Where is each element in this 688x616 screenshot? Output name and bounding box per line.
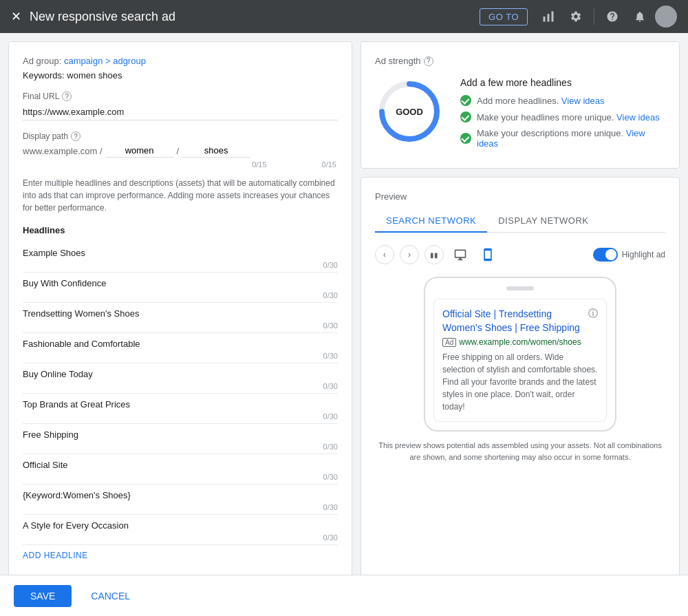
path1-input[interactable] bbox=[105, 144, 174, 158]
svg-rect-0 bbox=[544, 17, 546, 22]
ad-info-button[interactable]: ⓘ bbox=[588, 308, 598, 320]
view-ideas-link-2[interactable]: View ideas bbox=[477, 128, 645, 149]
ad-strength-info-icon[interactable]: ? bbox=[424, 56, 433, 66]
headline-counter-1: 0/30 bbox=[23, 290, 338, 301]
tab-display-network[interactable]: DISPLAY NETWORK bbox=[487, 210, 599, 233]
path2-input[interactable] bbox=[182, 144, 250, 158]
ad-url-row: Ad www.example.com/women/shoes bbox=[442, 337, 598, 347]
suggestion-text-2: Make your descriptions more unique. View… bbox=[477, 128, 665, 149]
headline-counter-6: 0/30 bbox=[23, 441, 338, 452]
cancel-button[interactable]: CANCEL bbox=[80, 585, 141, 607]
mobile-frame-container: Official Site | Trendsetting Women's Sho… bbox=[375, 277, 665, 432]
headline-input-5[interactable] bbox=[23, 398, 338, 411]
svg-rect-2 bbox=[552, 12, 554, 22]
path-counter-row: 0/15 0/15 bbox=[23, 160, 338, 169]
highlight-toggle: Highlight ad bbox=[593, 248, 665, 262]
settings-icon[interactable] bbox=[563, 4, 588, 29]
ad-strength-body: GOOD Add a few more headlines Add more h… bbox=[375, 77, 665, 154]
headline-counter-7: 0/30 bbox=[23, 471, 338, 482]
chart-icon[interactable] bbox=[536, 4, 561, 29]
path2-counter: 0/15 bbox=[322, 160, 336, 169]
view-ideas-link-1[interactable]: View ideas bbox=[616, 112, 660, 123]
ad-strength-circle: GOOD bbox=[375, 77, 444, 146]
tab-search-network[interactable]: SEARCH NETWORK bbox=[375, 210, 487, 233]
preview-pause-button[interactable]: ▮▮ bbox=[424, 245, 444, 264]
headline-counter-0: 0/30 bbox=[23, 259, 338, 270]
display-path-info-icon[interactable]: ? bbox=[71, 131, 80, 141]
headline-item: 0/30 bbox=[23, 424, 338, 454]
headline-item: 0/30 bbox=[23, 333, 338, 363]
divider bbox=[594, 8, 594, 25]
goto-button[interactable]: GO TO bbox=[480, 8, 528, 25]
avatar[interactable] bbox=[655, 6, 677, 28]
headline-input-0[interactable] bbox=[23, 246, 338, 259]
headlines-title: Headlines bbox=[23, 225, 338, 235]
headline-counter-8: 0/30 bbox=[23, 502, 338, 513]
headline-counter-2: 0/30 bbox=[23, 320, 338, 331]
path1-counter: 0/15 bbox=[252, 160, 266, 169]
mobile-frame: Official Site | Trendsetting Women's Sho… bbox=[424, 277, 616, 432]
save-button[interactable]: SAVE bbox=[14, 585, 72, 607]
headline-counter-9: 0/30 bbox=[23, 532, 338, 543]
ad-strength-rating: GOOD bbox=[396, 107, 423, 117]
preview-controls: ‹ › ▮▮ Highlight ad bbox=[375, 244, 665, 266]
headline-input-3[interactable] bbox=[23, 337, 338, 350]
ad-strength-title: Ad strength bbox=[375, 56, 421, 66]
headline-item: 0/30 bbox=[23, 273, 338, 303]
headline-input-2[interactable] bbox=[23, 307, 338, 320]
headline-input-6[interactable] bbox=[23, 428, 338, 441]
ad-description: Free shipping on all orders. Wide select… bbox=[442, 351, 598, 413]
headline-input-8[interactable] bbox=[23, 489, 338, 502]
help-text: Enter multiple headlines and description… bbox=[23, 177, 338, 214]
right-panel: Ad strength ? GOOD Add a few more headli… bbox=[361, 41, 680, 616]
headline-item: 0/30 bbox=[23, 454, 338, 485]
preview-note: This preview shows potential ads assembl… bbox=[375, 440, 665, 463]
headline-item: 0/30 bbox=[23, 394, 338, 424]
check-icon-2 bbox=[460, 133, 471, 144]
preview-next-button[interactable]: › bbox=[400, 245, 419, 264]
final-url-input[interactable] bbox=[23, 104, 338, 120]
suggestion-item: Make your headlines more unique. View id… bbox=[460, 111, 665, 123]
close-button[interactable]: ✕ bbox=[11, 9, 21, 24]
headline-input-7[interactable] bbox=[23, 458, 338, 471]
adgroup-row: Ad group: campaign > adgroup bbox=[23, 56, 338, 66]
preview-card: Preview SEARCH NETWORK DISPLAY NETWORK ‹… bbox=[361, 177, 680, 616]
headline-counter-5: 0/30 bbox=[23, 411, 338, 422]
ad-strength-suggestions: Add a few more headlines Add more headli… bbox=[460, 77, 665, 154]
main-content: Ad group: campaign > adgroup Keywords: w… bbox=[0, 33, 688, 616]
view-ideas-link-0[interactable]: View ideas bbox=[561, 96, 605, 106]
suggestion-item: Add more headlines. View ideas bbox=[460, 95, 665, 106]
headlines-list: 0/30 0/30 0/30 0/30 0/30 0/30 0/30 0/30 … bbox=[23, 242, 338, 545]
desktop-device-button[interactable] bbox=[449, 244, 471, 266]
display-path-label: Display path ? bbox=[23, 131, 338, 141]
keywords-row: Keywords: women shoes bbox=[23, 70, 338, 81]
suggestions-list: Add more headlines. View ideas Make your… bbox=[460, 95, 665, 149]
topbar: ✕ New responsive search ad GO TO bbox=[0, 0, 688, 33]
notifications-icon[interactable] bbox=[627, 4, 652, 29]
preview-prev-button[interactable]: ‹ bbox=[375, 245, 394, 264]
keywords-label: Keywords: bbox=[23, 70, 65, 81]
display-path-row: www.example.com / / bbox=[23, 144, 338, 158]
keywords-value: women shoes bbox=[67, 70, 122, 81]
bottom-bar: SAVE CANCEL bbox=[0, 575, 688, 616]
mobile-device-button[interactable] bbox=[477, 244, 499, 266]
headline-counter-3: 0/30 bbox=[23, 350, 338, 361]
headline-item: 0/30 bbox=[23, 303, 338, 333]
ad-strength-card: Ad strength ? GOOD Add a few more headli… bbox=[361, 41, 680, 169]
headline-input-1[interactable] bbox=[23, 277, 338, 290]
adgroup-label: Ad group: bbox=[23, 56, 61, 66]
headline-item: 0/30 bbox=[23, 485, 338, 515]
help-icon[interactable] bbox=[600, 4, 625, 29]
headline-input-9[interactable] bbox=[23, 519, 338, 532]
add-headline-button[interactable]: ADD HEADLINE bbox=[23, 551, 88, 560]
ad-title[interactable]: Official Site | Trendsetting Women's Sho… bbox=[442, 308, 588, 334]
final-url-info-icon[interactable]: ? bbox=[62, 92, 72, 101]
suggestion-text-0: Add more headlines. View ideas bbox=[477, 96, 605, 106]
highlight-toggle-switch[interactable] bbox=[593, 248, 618, 262]
ad-badge: Ad bbox=[442, 338, 456, 347]
headline-input-4[interactable] bbox=[23, 368, 338, 381]
suggestion-text-1: Make your headlines more unique. View id… bbox=[477, 112, 660, 123]
adgroup-link[interactable]: campaign > adgroup bbox=[64, 56, 146, 66]
svg-rect-1 bbox=[548, 14, 550, 21]
highlight-label: Highlight ad bbox=[622, 250, 665, 259]
